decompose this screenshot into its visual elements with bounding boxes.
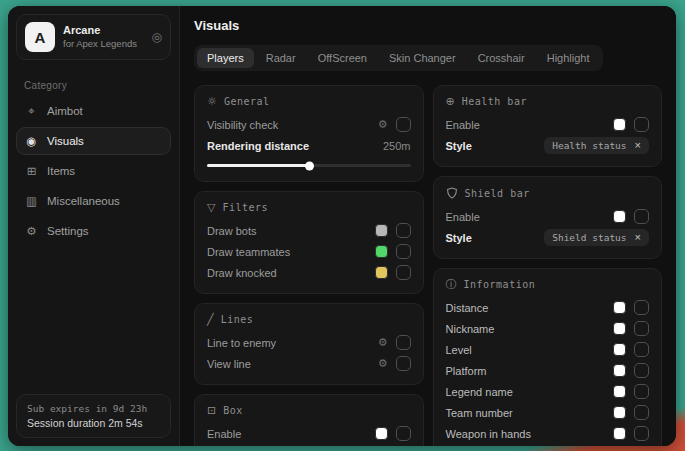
setting-label: View line [207,358,251,370]
tab-highlight[interactable]: Highlight [537,48,600,68]
color-swatch[interactable] [613,385,626,398]
team-number-checkbox[interactable] [634,405,649,420]
color-swatch[interactable] [375,266,388,279]
setting-label: Draw bots [207,225,257,237]
setting-row-health-enable: Enable [446,114,650,135]
box-enable-checkbox[interactable] [396,426,411,441]
sidebar-item-label: Visuals [47,135,84,147]
setting-label: Weapon in hands [446,428,531,440]
color-swatch[interactable] [375,224,388,237]
sliders-icon: ▥ [25,194,38,208]
session-duration-text: Session duration 2m 54s [27,417,160,429]
sidebar-item-visuals[interactable]: ◉ Visuals [16,127,171,155]
section-general: ☼ General Visibility check ⚙ Rendering d… [194,85,424,182]
setting-row-box-enable: Enable [207,423,411,444]
health-style-chip[interactable]: Health status × [544,137,649,154]
main-panel: Visuals Players Radar OffScreen Skin Cha… [180,6,676,446]
view-line-checkbox[interactable] [396,356,411,371]
setting-row-shield-style: Style Shield status × [446,227,650,248]
line-icon: ╱ [207,314,214,325]
platform-checkbox[interactable] [634,363,649,378]
legend-name-checkbox[interactable] [634,384,649,399]
app-subtitle: for Apex Legends [63,38,144,50]
nickname-checkbox[interactable] [634,321,649,336]
health-enable-checkbox[interactable] [634,117,649,132]
target-icon[interactable]: ◎ [152,30,162,44]
setting-row-draw-teammates: Draw teammates [207,241,411,262]
section-filters: ▽ Filters Draw bots Draw teammates [194,191,424,294]
tab-bar: Players Radar OffScreen Skin Changer Cro… [194,45,603,71]
section-title: Shield bar [465,188,530,199]
info-icon: ⓘ [446,279,457,290]
setting-row-shield-enable: Enable [446,206,650,227]
setting-row-level: Level [446,339,650,360]
color-swatch[interactable] [613,322,626,335]
slider-thumb[interactable] [305,161,314,170]
gear-icon[interactable]: ⚙ [378,118,388,131]
color-swatch[interactable] [613,343,626,356]
draw-bots-checkbox[interactable] [396,223,411,238]
content-columns: ☼ General Visibility check ⚙ Rendering d… [194,85,662,446]
chip-label: Health status [552,140,626,151]
sidebar-item-miscellaneous[interactable]: ▥ Miscellaneous [16,187,171,215]
setting-row-health-style: Style Health status × [446,135,650,156]
tab-players[interactable]: Players [197,48,254,68]
color-swatch[interactable] [613,210,626,223]
setting-row-platform: Platform [446,360,650,381]
setting-row-distance: Distance [446,297,650,318]
sidebar-item-label: Settings [47,225,89,237]
chip-label: Shield status [552,232,626,243]
rendering-distance-slider[interactable] [207,164,411,167]
tab-skin-changer[interactable]: Skin Changer [379,48,466,68]
section-title: Health bar [462,96,527,107]
setting-label: Rendering distance [207,140,309,152]
shield-enable-checkbox[interactable] [634,209,649,224]
rendering-distance-value: 250m [383,140,411,152]
color-swatch[interactable] [613,118,626,131]
sidebar-item-items[interactable]: ⊞ Items [16,157,171,185]
close-icon[interactable]: × [635,232,641,243]
tab-crosshair[interactable]: Crosshair [468,48,535,68]
setting-label: Legend name [446,386,513,398]
color-swatch[interactable] [613,364,626,377]
tab-offscreen[interactable]: OffScreen [308,48,377,68]
setting-label: Enable [446,211,480,223]
sidebar-item-settings[interactable]: ⚙ Settings [16,217,171,245]
sun-icon: ☼ [207,96,217,107]
setting-label: Line to enemy [207,337,276,349]
app-name: Arcane [63,24,144,38]
section-box: ⊡ Box Enable Enable background [194,394,424,446]
crosshair-icon: ⌖ [25,104,38,118]
setting-label: Draw teammates [207,246,290,258]
line-to-enemy-checkbox[interactable] [396,335,411,350]
health-icon: ⊕ [446,96,455,107]
sidebar-item-aimbot[interactable]: ⌖ Aimbot [16,97,171,125]
page-title: Visuals [194,18,662,33]
weapon-in-hands-checkbox[interactable] [634,426,649,441]
setting-label: Enable [446,119,480,131]
level-checkbox[interactable] [634,342,649,357]
brand-card[interactable]: A Arcane for Apex Legends ◎ [16,14,171,60]
color-swatch[interactable] [375,245,388,258]
sidebar: A Arcane for Apex Legends ◎ Category ⌖ A… [8,6,180,446]
draw-teammates-checkbox[interactable] [396,244,411,259]
distance-checkbox[interactable] [634,300,649,315]
shield-style-chip[interactable]: Shield status × [544,229,649,246]
close-icon[interactable]: × [635,140,641,151]
gear-icon[interactable]: ⚙ [378,357,388,370]
gear-icon[interactable]: ⚙ [378,336,388,349]
brand-text: Arcane for Apex Legends [63,24,144,50]
box-icon: ⊞ [25,164,38,178]
section-title: Information [464,279,536,290]
color-swatch[interactable] [613,427,626,440]
color-swatch[interactable] [613,406,626,419]
draw-knocked-checkbox[interactable] [396,265,411,280]
color-swatch[interactable] [613,301,626,314]
subscription-status-card: Sub expires in 9d 23h Session duration 2… [16,394,171,438]
sidebar-item-label: Miscellaneous [47,195,120,207]
color-swatch[interactable] [375,427,388,440]
visibility-check-checkbox[interactable] [396,117,411,132]
right-column: ⊕ Health bar Enable Style [433,85,663,446]
category-label: Category [24,80,179,91]
tab-radar[interactable]: Radar [256,48,306,68]
